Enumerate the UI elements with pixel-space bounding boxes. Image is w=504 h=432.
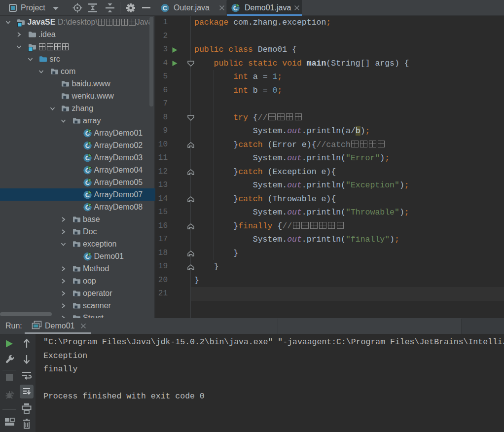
svg-text:C: C <box>163 4 168 12</box>
